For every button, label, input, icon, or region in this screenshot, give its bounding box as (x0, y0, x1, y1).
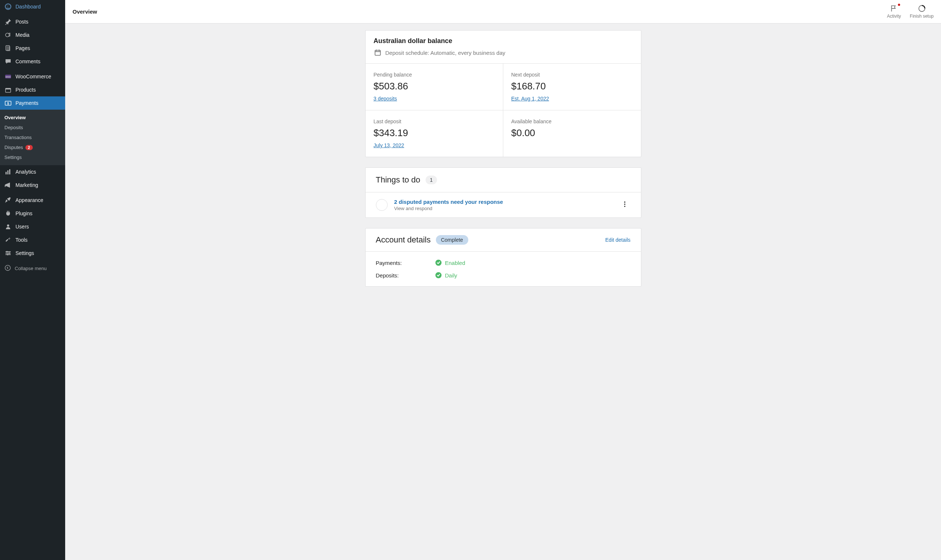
collapse-icon (5, 265, 11, 272)
todo-checkbox[interactable] (376, 199, 388, 211)
things-to-do-card: Things to do 1 2 disputed payments need … (365, 168, 641, 218)
svg-rect-15 (6, 253, 11, 254)
todo-title-link[interactable]: 2 disputed payments need your response (394, 199, 612, 205)
todo-menu-button[interactable] (619, 198, 631, 212)
svg-point-24 (624, 203, 625, 205)
submenu-overview[interactable]: Overview (0, 112, 65, 123)
svg-rect-14 (6, 251, 11, 252)
svg-rect-11 (8, 170, 8, 174)
notification-dot (898, 4, 900, 6)
sidebar-label: Marketing (15, 182, 38, 188)
things-count: 1 (426, 175, 437, 184)
last-deposit-link[interactable]: July 13, 2022 (374, 142, 404, 148)
svg-rect-17 (7, 251, 8, 252)
analytics-icon (5, 168, 12, 175)
marketing-icon (5, 182, 12, 189)
submenu-transactions[interactable]: Transactions (0, 132, 65, 142)
sidebar-item-users[interactable]: Users (0, 220, 65, 233)
payments-icon: $ (5, 99, 12, 107)
sidebar-item-comments[interactable]: Comments (0, 55, 65, 68)
calendar-icon (374, 49, 382, 57)
todo-subtitle: View and respond (394, 206, 612, 211)
sidebar-item-posts[interactable]: Posts (0, 15, 65, 28)
account-details-card: Account details Complete Edit details Pa… (365, 228, 641, 287)
svg-rect-19 (8, 254, 8, 255)
balance-title: Australian dollar balance (374, 37, 633, 45)
sidebar-item-products[interactable]: Products (0, 83, 65, 96)
svg-rect-7 (6, 88, 11, 89)
sidebar-label: Products (15, 87, 36, 93)
svg-rect-3 (7, 46, 10, 51)
sidebar-item-media[interactable]: Media (0, 28, 65, 42)
sidebar-label: Tools (15, 237, 28, 243)
sidebar-label: WooCommerce (15, 74, 51, 80)
svg-point-25 (624, 206, 625, 207)
sidebar-item-pages[interactable]: Pages (0, 42, 65, 55)
svg-rect-18 (9, 252, 9, 254)
flag-icon (890, 5, 898, 12)
settings-icon (5, 249, 12, 257)
last-deposit-cell: Last deposit $343.19 July 13, 2022 (366, 111, 503, 157)
todo-item[interactable]: 2 disputed payments need your response V… (366, 192, 641, 217)
account-title: Account details (376, 235, 431, 245)
payments-status-row: Payments: Enabled (376, 259, 631, 266)
edit-details-link[interactable]: Edit details (605, 237, 630, 243)
svg-text:woo: woo (5, 75, 11, 78)
check-circle-icon (435, 259, 442, 266)
kebab-icon (621, 200, 628, 208)
sidebar-item-woocommerce[interactable]: woo WooCommerce (0, 70, 65, 83)
products-icon (5, 86, 12, 94)
pending-deposits-link[interactable]: 3 deposits (374, 96, 397, 102)
sidebar-label: Posts (15, 19, 28, 25)
finish-setup-button[interactable]: Finish setup (910, 5, 933, 19)
tools-icon (5, 236, 12, 243)
pages-icon (5, 45, 12, 52)
account-status-pill: Complete (436, 235, 468, 245)
svg-point-20 (5, 265, 10, 271)
topbar: Overview Activity Finish setup (65, 0, 941, 23)
submenu-disputes[interactable]: Disputes2 (0, 142, 65, 152)
dashboard-icon (5, 3, 12, 10)
svg-point-13 (7, 225, 9, 227)
sidebar-item-analytics[interactable]: Analytics (0, 165, 65, 178)
submenu-deposits[interactable]: Deposits (0, 123, 65, 132)
sidebar-label: Appearance (15, 197, 43, 203)
sidebar-item-appearance[interactable]: Appearance (0, 194, 65, 207)
sidebar-label: Pages (15, 45, 30, 51)
woo-icon: woo (5, 73, 12, 80)
balance-card: Australian dollar balance Deposit schedu… (365, 30, 641, 157)
collapse-menu[interactable]: Collapse menu (0, 262, 65, 275)
payments-submenu: Overview Deposits Transactions Disputes2… (0, 110, 65, 165)
users-icon (5, 223, 12, 230)
media-icon (5, 31, 12, 38)
deposits-status-row: Deposits: Daily (376, 272, 631, 279)
svg-rect-10 (6, 172, 7, 174)
sidebar-label: Comments (15, 58, 40, 65)
activity-button[interactable]: Activity (887, 5, 901, 19)
sidebar-item-settings[interactable]: Settings (0, 246, 65, 260)
svg-rect-22 (375, 51, 380, 55)
svg-text:$: $ (7, 102, 9, 105)
next-deposit-link[interactable]: Est. Aug 1, 2022 (511, 96, 549, 102)
sidebar-label: Users (15, 224, 29, 229)
sidebar-item-dashboard[interactable]: Dashboard (0, 0, 65, 13)
svg-rect-12 (9, 169, 10, 174)
plugins-icon (5, 210, 12, 217)
sidebar-label: Media (15, 32, 29, 38)
submenu-settings[interactable]: Settings (0, 152, 65, 162)
sidebar-item-plugins[interactable]: Plugins (0, 207, 65, 220)
svg-point-23 (624, 202, 625, 203)
deposit-schedule-text: Deposit schedule: Automatic, every busin… (385, 50, 505, 56)
things-title: Things to do (376, 175, 420, 185)
sidebar-item-tools[interactable]: Tools (0, 233, 65, 246)
page-title: Overview (72, 8, 97, 15)
sidebar-item-marketing[interactable]: Marketing (0, 178, 65, 192)
sidebar-item-payments[interactable]: $ Payments (0, 96, 65, 110)
sidebar-label: Analytics (15, 169, 36, 175)
sidebar-label: Plugins (15, 211, 32, 216)
main-content: Overview Activity Finish setup Australia… (65, 0, 941, 560)
pin-icon (5, 18, 12, 25)
admin-sidebar: Dashboard Posts Media Pages Comments woo… (0, 0, 65, 560)
appearance-icon (5, 197, 12, 204)
sidebar-label: Settings (15, 250, 34, 256)
